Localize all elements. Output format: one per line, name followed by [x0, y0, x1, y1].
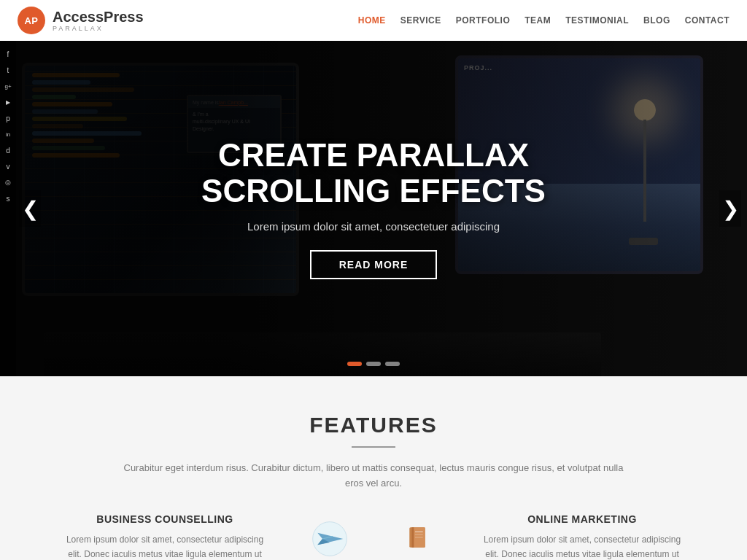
features-divider — [352, 446, 395, 448]
feature-business-text: Lorem ipsum dolor sit amet, consectetur … — [58, 532, 271, 560]
linkedin-icon[interactable]: in — [1, 127, 15, 141]
slider-dot-2[interactable] — [366, 362, 381, 366]
nav-portfolio[interactable]: PORTFOLIO — [456, 15, 511, 26]
social-sidebar: f t g+ ▶ p in d v ◎ s — [0, 41, 16, 376]
feature-card-marketing: ONLINE MARKETING Lorem ipsum dolor sit a… — [476, 513, 689, 560]
dribbble-icon[interactable]: d — [1, 143, 15, 158]
googleplus-icon[interactable]: g+ — [1, 79, 15, 93]
nav-team[interactable]: TEAM — [525, 15, 551, 26]
hero-title: CREATE PARALLAX SCROLLING EFFECTS — [191, 138, 556, 209]
features-title: FEATURES — [58, 413, 689, 438]
slider-next-arrow[interactable]: ❯ — [719, 190, 741, 227]
youtube-icon[interactable]: ▶ — [1, 95, 15, 109]
nav-blog[interactable]: BLOG — [643, 15, 670, 26]
hero-cta-button[interactable]: Read More — [310, 250, 438, 279]
features-cards: BUSINESS COUNSELLING Lorem ipsum dolor s… — [58, 513, 689, 560]
svg-rect-6 — [411, 527, 414, 548]
main-nav: HOME SERVICE PORTFOLIO TEAM TESTIMONIAL … — [358, 15, 729, 26]
hero-subtitle: Lorem ipsum dolor sit amet, consectetuer… — [191, 220, 556, 233]
slider-dot-3[interactable] — [385, 362, 400, 366]
nav-service[interactable]: SERVICE — [400, 15, 441, 26]
twitter-icon[interactable]: t — [1, 63, 15, 77]
logo-title: AccessPress — [53, 9, 144, 25]
hero-content: CREATE PARALLAX SCROLLING EFFECTS Lorem … — [162, 138, 585, 279]
slider-dots — [347, 362, 400, 366]
features-description: Curabitur eget interdum risus. Curabitur… — [118, 461, 629, 491]
logo[interactable]: AP AccessPress PARALLAX — [18, 7, 144, 34]
vimeo-icon[interactable]: v — [1, 159, 15, 174]
feature-business-title: BUSINESS COUNSELLING — [58, 513, 271, 525]
plane-icon — [311, 521, 348, 557]
facebook-icon[interactable]: f — [1, 47, 15, 61]
feature-plane-icon-area — [301, 513, 359, 557]
hero-section: My name is Ian Campb... & I'm amulti-dis… — [0, 41, 747, 376]
logo-initials: AP — [18, 7, 45, 34]
feature-marketing-title: ONLINE MARKETING — [476, 513, 689, 525]
slider-prev-arrow[interactable]: ❮ — [19, 190, 41, 227]
feature-card-business: BUSINESS COUNSELLING Lorem ipsum dolor s… — [58, 513, 271, 560]
skype-icon[interactable]: s — [1, 191, 15, 206]
instagram-icon[interactable]: ◎ — [1, 175, 15, 190]
feature-marketing-text: Lorem ipsum dolor sit amet, consectetur … — [476, 532, 689, 560]
logo-text: AccessPress PARALLAX — [53, 9, 144, 32]
nav-testimonial[interactable]: TESTIMONIAL — [565, 15, 629, 26]
features-section: FEATURES Curabitur eget interdum risus. … — [0, 376, 747, 560]
nav-home[interactable]: HOME — [358, 15, 386, 26]
slider-dot-1[interactable] — [347, 362, 362, 366]
features-header: FEATURES Curabitur eget interdum risus. … — [58, 413, 689, 491]
book-icon — [400, 521, 434, 554]
pinterest-icon[interactable]: p — [1, 111, 15, 125]
feature-book-icon-area — [388, 513, 446, 554]
nav-contact[interactable]: CONTACT — [685, 15, 729, 26]
site-header: AP AccessPress PARALLAX HOME SERVICE POR… — [0, 0, 747, 41]
logo-subtitle: PARALLAX — [53, 25, 144, 32]
